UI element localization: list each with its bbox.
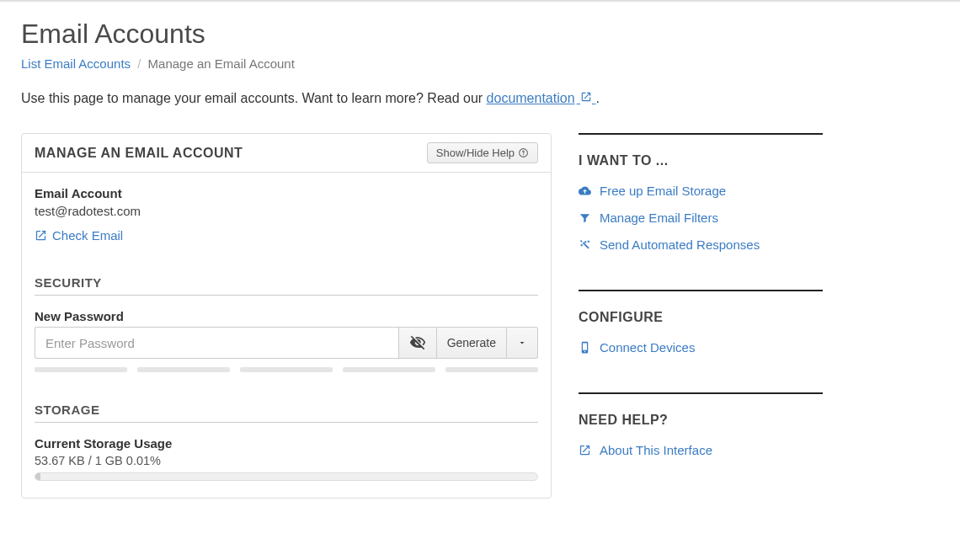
breadcrumb-current: Manage an Email Account (148, 56, 295, 71)
password-label: New Password (35, 309, 538, 323)
generate-password-button[interactable]: Generate (437, 327, 507, 359)
manage-account-card: MANAGE AN EMAIL ACCOUNT Show/Hide Help E… (21, 133, 552, 499)
i-want-to-heading: I WANT TO ... (579, 153, 823, 168)
breadcrumb-separator: / (137, 56, 141, 71)
need-help-heading: NEED HELP? (579, 413, 823, 428)
mobile-icon (579, 341, 591, 354)
help-icon (518, 147, 529, 158)
external-link-icon (579, 444, 591, 456)
configure-heading: CONFIGURE (579, 310, 823, 325)
page-title: Email Accounts (21, 19, 939, 50)
show-hide-help-button[interactable]: Show/Hide Help (427, 142, 538, 163)
breadcrumb: List Email Accounts / Manage an Email Ac… (21, 56, 939, 71)
breadcrumb-root[interactable]: List Email Accounts (21, 56, 131, 71)
security-heading: SECURITY (35, 275, 538, 296)
need-help-section: NEED HELP? About This Interface (579, 392, 823, 460)
storage-progress-bar (35, 472, 538, 481)
card-title: MANAGE AN EMAIL ACCOUNT (35, 146, 243, 161)
cloud-upload-icon (579, 184, 591, 197)
password-input[interactable] (35, 327, 398, 359)
eye-slash-icon (409, 334, 426, 351)
generate-options-button[interactable] (507, 327, 538, 359)
manage-filters-link[interactable]: Manage Email Filters (579, 211, 718, 225)
magic-wand-icon (579, 238, 591, 251)
external-link-icon (577, 91, 596, 105)
toggle-password-visibility-button[interactable] (398, 327, 437, 359)
about-interface-link[interactable]: About This Interface (579, 443, 712, 457)
storage-usage-label: Current Storage Usage (35, 436, 538, 451)
storage-usage-value: 53.67 KB / 1 GB 0.01% (35, 454, 538, 467)
connect-devices-link[interactable]: Connect Devices (579, 340, 695, 355)
email-account-value: test@radotest.com (35, 204, 538, 218)
intro-text: Use this page to manage your email accou… (21, 91, 939, 106)
chevron-down-icon (517, 338, 527, 348)
check-email-link[interactable]: Check Email (35, 228, 123, 243)
filter-icon (579, 211, 591, 224)
external-link-icon (35, 229, 47, 242)
automated-responses-link[interactable]: Send Automated Responses (579, 237, 760, 252)
i-want-to-section: I WANT TO ... Free up Email Storage Mana… (579, 133, 823, 254)
documentation-link[interactable]: documentation (487, 91, 596, 105)
configure-section: CONFIGURE Connect Devices (579, 290, 823, 357)
storage-heading: STORAGE (35, 403, 538, 423)
password-strength-meter (35, 367, 538, 372)
email-account-label: Email Account (35, 186, 538, 200)
free-up-storage-link[interactable]: Free up Email Storage (579, 184, 726, 198)
